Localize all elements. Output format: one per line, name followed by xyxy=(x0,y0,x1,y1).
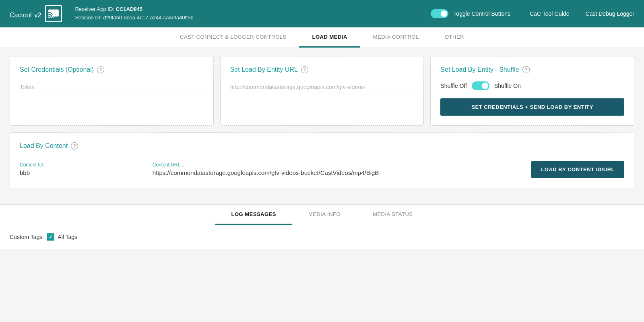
cast-debug-logger-link[interactable]: Cast Debug Logger xyxy=(586,10,634,17)
token-input[interactable] xyxy=(20,81,204,93)
tab-cast-connect[interactable]: CAST CONNECT & LOGGER CONTROLS xyxy=(167,27,299,48)
content-id-label: Content ID... xyxy=(20,162,143,168)
set-credentials-send-entity-button[interactable]: SET CREDENTIALS + SEND LOAD BY ENTITY xyxy=(440,98,624,116)
tab-load-media[interactable]: LOAD MEDIA xyxy=(299,27,360,48)
tab-media-control[interactable]: MEDIA CONTROL xyxy=(360,27,432,48)
bottom-tabs: LOG MESSAGES MEDIA INFO MEDIA STATUS xyxy=(0,205,644,225)
tab-other[interactable]: OTHER xyxy=(432,27,477,48)
entity-url-input[interactable] xyxy=(230,81,414,93)
shuffle-on-label: Shuffle On xyxy=(494,83,521,89)
entity-url-card: Set Load By Entity URL ? xyxy=(220,56,424,126)
bottom-section: LOG MESSAGES MEDIA INFO MEDIA STATUS Cus… xyxy=(0,204,644,249)
content-id-group: Content ID... bbb xyxy=(20,162,143,178)
entity-url-help-icon[interactable]: ? xyxy=(301,66,308,73)
all-tags-checkbox[interactable] xyxy=(47,233,54,241)
load-content-button[interactable]: LOAD BY CONTENT ID/URL xyxy=(531,161,624,178)
shuffle-help-icon[interactable]: ? xyxy=(522,66,530,73)
main-tabs: CAST CONNECT & LOGGER CONTROLS LOAD MEDI… xyxy=(0,27,644,48)
custom-tags-row: Custom Tags: All Tags xyxy=(10,233,634,241)
logo: Cactool v2 xyxy=(10,5,62,22)
shuffle-card: Set Load By Entity - Shuffle ? Shuffle O… xyxy=(430,56,634,126)
log-messages-content: Custom Tags: All Tags xyxy=(0,225,644,249)
cac-tool-guide-link[interactable]: CaC Tool Guide xyxy=(530,10,570,17)
all-tags-label: All Tags xyxy=(58,234,77,240)
main-content: Set Credentials (Optional) ? Set Load By… xyxy=(0,48,644,203)
credentials-title: Set Credentials (Optional) ? xyxy=(20,66,204,73)
toggle-switch[interactable] xyxy=(431,9,448,18)
toggle-label: Toggle Control Buttons xyxy=(453,10,510,17)
toggle-control[interactable]: Toggle Control Buttons xyxy=(431,9,510,18)
content-url-group: Content URL... https://commondatastorage… xyxy=(153,162,522,178)
cards-row: Set Credentials (Optional) ? Set Load By… xyxy=(10,56,634,126)
app-header: Cactool v2 Receiver App ID: CC1AD845 Ses… xyxy=(0,0,644,27)
load-content-card: Load By Content ? Content ID... bbb Cont… xyxy=(10,132,634,188)
cast-icon xyxy=(45,5,62,22)
content-url-label: Content URL... xyxy=(153,162,522,168)
credentials-help-icon[interactable]: ? xyxy=(97,66,104,73)
entity-url-title: Set Load By Entity URL ? xyxy=(230,66,414,73)
load-content-title: Load By Content ? xyxy=(20,142,624,150)
shuffle-off-label: Shuffle Off xyxy=(440,83,467,89)
shuffle-toggle-row: Shuffle Off Shuffle On xyxy=(440,81,624,90)
session-info: Receiver App ID: CC1AD845 Session ID: df… xyxy=(75,5,193,22)
header-nav: CaC Tool Guide Cast Debug Logger xyxy=(530,10,634,17)
custom-tags-label: Custom Tags: xyxy=(10,234,44,240)
content-fields-row: Content ID... bbb Content URL... https:/… xyxy=(20,161,624,178)
credentials-card: Set Credentials (Optional) ? xyxy=(10,56,214,126)
content-url-value[interactable]: https://commondatastorage.googleapis.com… xyxy=(153,169,522,178)
shuffle-title: Set Load By Entity - Shuffle ? xyxy=(440,66,624,73)
load-content-help-icon[interactable]: ? xyxy=(71,142,78,150)
tab-log-messages[interactable]: LOG MESSAGES xyxy=(215,205,292,225)
content-id-value[interactable]: bbb xyxy=(20,169,143,178)
tab-media-status[interactable]: MEDIA STATUS xyxy=(357,205,429,225)
tab-media-info[interactable]: MEDIA INFO xyxy=(292,205,357,225)
app-name: Cactool v2 xyxy=(10,8,41,20)
shuffle-toggle[interactable] xyxy=(472,81,489,90)
